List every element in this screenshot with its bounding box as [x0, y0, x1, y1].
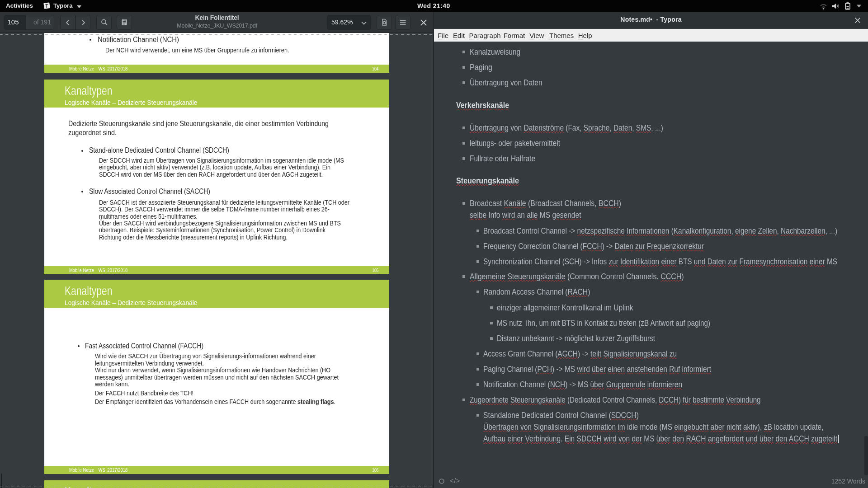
svg-text:T: T — [45, 4, 48, 9]
